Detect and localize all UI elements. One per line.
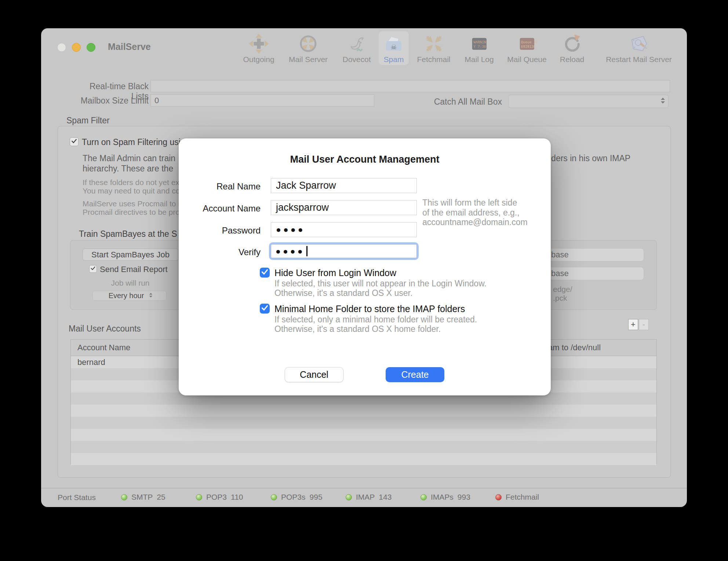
- toolbar-item-label: Mail Queue: [507, 55, 546, 64]
- catch-all-select[interactable]: [508, 95, 669, 108]
- toolbar-item-reload[interactable]: Reload: [555, 31, 589, 65]
- remove-account-button[interactable]: -: [639, 319, 649, 330]
- db-path-fragment-1: edge/: [553, 285, 572, 294]
- port-number: 25: [157, 493, 165, 502]
- schedule-select[interactable]: Every hour: [92, 291, 167, 301]
- checkmark-icon: [90, 265, 96, 273]
- dialog-title: Mail User Account Management: [179, 154, 551, 165]
- port-name: POP3: [206, 493, 227, 502]
- account-name-hint: This will form the left side of the emai…: [422, 198, 528, 227]
- toolbar-item-spam[interactable]: ☠Spam: [379, 31, 409, 65]
- status-led-red-icon: [495, 494, 502, 500]
- toolbar-item-label: Fetchmail: [417, 55, 450, 64]
- toolbar-item-mail-server[interactable]: Mail Server: [284, 31, 332, 65]
- text-caret: [306, 246, 307, 256]
- toolbar-item-label: Mail Server: [289, 55, 328, 64]
- table-row[interactable]: [71, 453, 656, 465]
- statusbar-divider: [41, 488, 687, 488]
- port-name: POP3s: [281, 493, 306, 502]
- admin-text-line2: hierarchy. These are the: [83, 164, 173, 174]
- toolbar-item-mail-log[interactable]: WARNINY 7:36Mail Log: [460, 31, 498, 65]
- traffic-light-zoom[interactable]: [87, 43, 95, 52]
- job-will-run-label: Job will run: [94, 279, 167, 287]
- account-name-label: Account Name: [179, 203, 266, 214]
- port-status-smtp: SMTP25: [121, 491, 165, 503]
- restart-mail-server-icon: [629, 33, 649, 54]
- turn-on-spam-checkbox[interactable]: [70, 137, 79, 146]
- port-number: 143: [379, 493, 392, 502]
- train-spambayes-label: Train SpamBayes at the S: [79, 229, 177, 239]
- traffic-light-minimize[interactable]: [72, 43, 81, 52]
- traffic-light-close[interactable]: [57, 43, 66, 52]
- port-name: IMAP: [356, 493, 375, 502]
- create-button[interactable]: Create: [386, 367, 444, 382]
- start-spambayes-job-button[interactable]: Start SpamBayes Job: [83, 249, 178, 261]
- toolbar-item-mail-queue[interactable]: Queue ID692813EMail Queue: [502, 31, 551, 65]
- port-number: 993: [458, 493, 470, 502]
- port-status-imaps: IMAPs993: [421, 491, 470, 503]
- status-led-green-icon: [421, 494, 427, 500]
- svg-text:692813E: 692813E: [521, 44, 535, 48]
- svg-text:Y 7:36: Y 7:36: [473, 44, 486, 48]
- port-status-label: Port Status: [58, 493, 96, 502]
- status-led-green-icon: [121, 494, 127, 500]
- toolbar-item-label: Outgoing: [243, 55, 274, 64]
- mail-log-icon: WARNINY 7:36: [469, 33, 489, 54]
- toolbar-item-outgoing[interactable]: Outgoing: [238, 31, 279, 65]
- db-path-fragment-2: .pck: [553, 294, 567, 303]
- port-status-imap: IMAP143: [346, 491, 392, 503]
- port-status-pop3: POP3110: [196, 491, 243, 503]
- desktop: MailServe OutgoingMail ServerDovecot☠Spa…: [0, 0, 728, 561]
- account-name-input[interactable]: jacksparrow: [271, 200, 417, 215]
- status-led-green-icon: [196, 494, 202, 500]
- add-account-button[interactable]: +: [628, 319, 638, 330]
- table-row[interactable]: [71, 429, 656, 441]
- hide-user-checkbox[interactable]: [260, 268, 270, 278]
- dovecot-dove-icon: [346, 33, 367, 54]
- folders-note-line1: If these folders do not yet exi: [83, 178, 181, 187]
- rtbl-field[interactable]: [150, 80, 670, 92]
- password-label: Password: [179, 225, 266, 236]
- port-name: IMAPs: [431, 493, 454, 502]
- fetchmail-arrows-icon: [423, 33, 444, 54]
- window-title: MailServe: [108, 41, 151, 52]
- table-row[interactable]: [71, 417, 656, 429]
- spam-skull-icon: ☠: [383, 33, 404, 54]
- real-name-label: Real Name: [179, 181, 266, 192]
- checkmark-icon: [70, 137, 78, 146]
- admin-text-line1: The Mail Admin can train: [83, 153, 175, 163]
- toolbar-item-restart-mail-server[interactable]: Restart Mail Server: [601, 31, 677, 65]
- password-input[interactable]: ●●●●: [271, 222, 417, 237]
- svg-text:☠: ☠: [390, 43, 397, 51]
- port-status-pop3s: POP3s995: [271, 491, 323, 503]
- mailbox-limit-field[interactable]: 0: [150, 94, 374, 106]
- minimal-home-checkbox[interactable]: [260, 304, 270, 314]
- table-row[interactable]: [71, 441, 656, 453]
- folders-note-line2: You may need to quit and con: [83, 187, 184, 195]
- outgoing-arrows-icon: [248, 33, 269, 54]
- port-number: 995: [310, 493, 323, 502]
- send-email-report-checkbox[interactable]: [89, 265, 97, 273]
- account-name-cell: bernard: [77, 358, 105, 367]
- port-name: Fetchmail: [506, 493, 539, 502]
- send-email-report-label: Send Email Report: [100, 265, 168, 274]
- reload-icon: [562, 33, 582, 54]
- minimal-home-desc: If selected, only a minimal home folder …: [274, 315, 477, 334]
- spam-filter-section-label: Spam Filter: [66, 116, 110, 126]
- svg-text:Queue ID: Queue ID: [521, 40, 537, 44]
- toolbar-item-fetchmail[interactable]: Fetchmail: [412, 31, 455, 65]
- table-row[interactable]: [71, 405, 656, 417]
- mailbox-limit-label: Mailbox Size Limit: [70, 96, 149, 106]
- header-account-name: Account Name: [71, 343, 130, 352]
- checkmark-icon: [260, 267, 270, 278]
- toolbar-item-label: Mail Log: [465, 55, 494, 64]
- port-number: 110: [231, 493, 243, 502]
- header-spam-devnull: am to /dev/null: [548, 343, 601, 352]
- verify-input[interactable]: ●●●●: [271, 244, 417, 258]
- chevron-updown-icon: [149, 292, 153, 300]
- verify-focus-ring: ●●●●: [269, 242, 419, 260]
- cancel-button[interactable]: Cancel: [285, 367, 343, 382]
- toolbar-item-dovecot[interactable]: Dovecot: [338, 31, 375, 65]
- real-name-input[interactable]: Jack Sparrow: [271, 178, 417, 193]
- admin-text-imap-fragment: lders in his own IMAP: [549, 153, 630, 163]
